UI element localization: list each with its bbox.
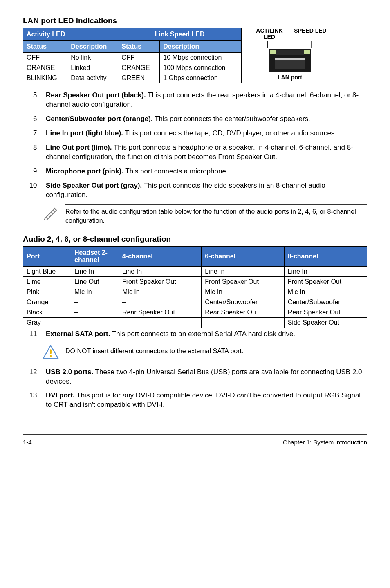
page-footer: 1-4 Chapter 1: System introduction bbox=[23, 434, 367, 446]
pointer-line: │ bbox=[266, 41, 270, 48]
list-item: Side Speaker Out port (gray). This port … bbox=[41, 181, 367, 200]
section-heading: Audio 2, 4, 6, or 8-channel configuratio… bbox=[23, 235, 367, 244]
table-row: BLINKING Data activity GREEN 1 Gbps conn… bbox=[23, 73, 242, 83]
svg-rect-2 bbox=[304, 50, 310, 54]
table-row: ORANGE Linked ORANGE 100 Mbps connection bbox=[23, 63, 242, 73]
section-heading: LAN port LED indications bbox=[23, 16, 367, 25]
table-row: LimeLine OutFront Speaker OutFront Speak… bbox=[23, 276, 367, 287]
lan-port-icon bbox=[267, 48, 312, 73]
led-sub-desc: Description bbox=[160, 41, 242, 53]
svg-rect-6 bbox=[50, 349, 52, 354]
feature-list-b: External SATA port. This port connects t… bbox=[23, 330, 367, 339]
audio-header-4ch: 4-channel bbox=[119, 246, 202, 266]
led-sub-status: Status bbox=[118, 41, 160, 53]
list-item: Center/Subwoofer port (orange). This por… bbox=[41, 114, 367, 124]
audio-table: Port Headset 2-channel 4-channel 6-chann… bbox=[23, 246, 367, 328]
led-header-activity: Activity LED bbox=[23, 28, 118, 41]
warning-icon bbox=[43, 344, 59, 360]
svg-rect-1 bbox=[270, 50, 276, 54]
audio-header-port: Port bbox=[23, 246, 71, 266]
led-table: Activity LED Link Speed LED Status Descr… bbox=[23, 28, 242, 83]
audio-header-2ch: Headset 2-channel bbox=[71, 246, 119, 266]
table-row: PinkMic InMic InMic InMic In bbox=[23, 287, 367, 297]
pencil-icon bbox=[43, 204, 59, 221]
lan-actlink-label: ACT/LINK LED bbox=[253, 28, 286, 40]
note-text: Refer to the audio configuration table b… bbox=[65, 204, 367, 228]
svg-rect-5 bbox=[275, 58, 305, 60]
led-header-link: Link Speed LED bbox=[118, 28, 242, 41]
table-row: Black–Rear Speaker OutRear Speaker OuRea… bbox=[23, 307, 367, 317]
list-item: External SATA port. This port connects t… bbox=[41, 330, 367, 339]
list-item: Line In port (light blue). This port con… bbox=[41, 129, 367, 138]
svg-rect-3 bbox=[276, 50, 304, 55]
pointer-line: │ bbox=[310, 41, 314, 48]
table-row: Orange––Center/SubwooferCenter/Subwoofer bbox=[23, 297, 367, 307]
led-sub-status: Status bbox=[23, 41, 67, 53]
svg-point-7 bbox=[50, 355, 52, 357]
list-item: Microphone port (pink). This port connec… bbox=[41, 167, 367, 176]
table-row: Gray–––Side Speaker Out bbox=[23, 317, 367, 328]
note-text: DO NOT insert different connectors to th… bbox=[65, 344, 367, 359]
feature-list-a: Rear Speaker Out port (black). This port… bbox=[23, 91, 367, 200]
led-sub-desc: Description bbox=[67, 41, 118, 53]
audio-header-6ch: 6-channel bbox=[202, 246, 284, 266]
list-item: USB 2.0 ports. These two 4-pin Universal… bbox=[41, 368, 367, 386]
lan-port-label: LAN port bbox=[253, 74, 327, 81]
lan-port-diagram: ACT/LINK LED SPEED LED │ │ LAN port bbox=[253, 28, 327, 83]
audio-header-8ch: 8-channel bbox=[284, 246, 367, 266]
list-item: Rear Speaker Out port (black). This port… bbox=[41, 91, 367, 110]
table-row: OFF No link OFF 10 Mbps connection bbox=[23, 53, 242, 63]
feature-list-c: USB 2.0 ports. These two 4-pin Universal… bbox=[23, 368, 367, 410]
page-number: 1-4 bbox=[23, 439, 32, 446]
lan-speed-label: SPEED LED bbox=[294, 28, 327, 40]
chapter-title: Chapter 1: System introduction bbox=[283, 439, 367, 446]
table-row: Light BlueLine InLine InLine InLine In bbox=[23, 266, 367, 276]
list-item: DVI port. This port is for any DVI-D com… bbox=[41, 391, 367, 410]
list-item: Line Out port (lime). This port connects… bbox=[41, 143, 367, 162]
